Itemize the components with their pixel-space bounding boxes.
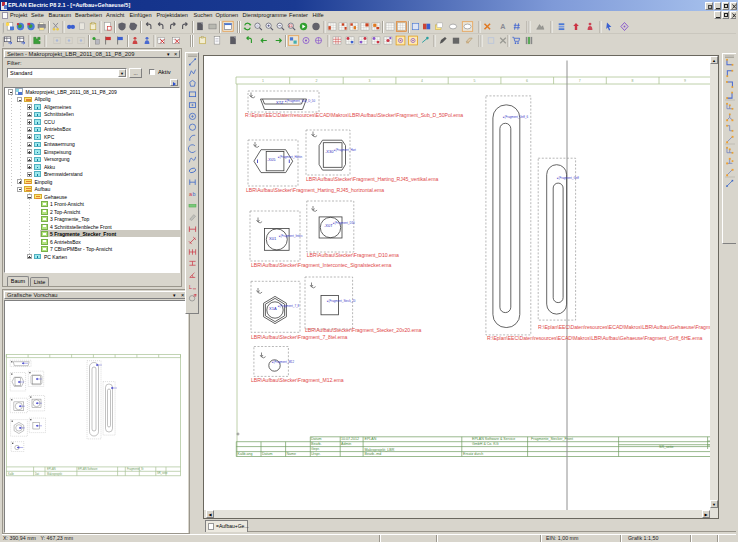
svg-text:L: L [189, 284, 192, 290]
svg-text:1: 1 [262, 79, 264, 83]
svg-text:b: b [192, 191, 195, 197]
svg-text:5: 5 [474, 79, 476, 83]
svg-text:EPLAN Software: EPLAN Software [78, 467, 98, 471]
svg-text:SR_seite: SR_seite [157, 471, 168, 475]
svg-text:A: A [500, 22, 505, 31]
svg-text:Kalib: Kalib [8, 472, 14, 476]
svg-text:6: 6 [526, 79, 528, 83]
svg-text:9: 9 [684, 79, 686, 83]
svg-text:3: 3 [369, 79, 371, 83]
svg-text:Dat: Dat [35, 472, 39, 476]
svg-text:4: 4 [421, 79, 423, 83]
svg-text:7: 7 [579, 79, 581, 83]
svg-text:Makroprojekt: Makroprojekt [47, 472, 62, 476]
svg-text:2: 2 [315, 79, 317, 83]
svg-text:8: 8 [632, 79, 634, 83]
svg-text:EPLAN: EPLAN [47, 467, 56, 471]
svg-text:Fragmente_St: Fragmente_St [127, 467, 144, 471]
